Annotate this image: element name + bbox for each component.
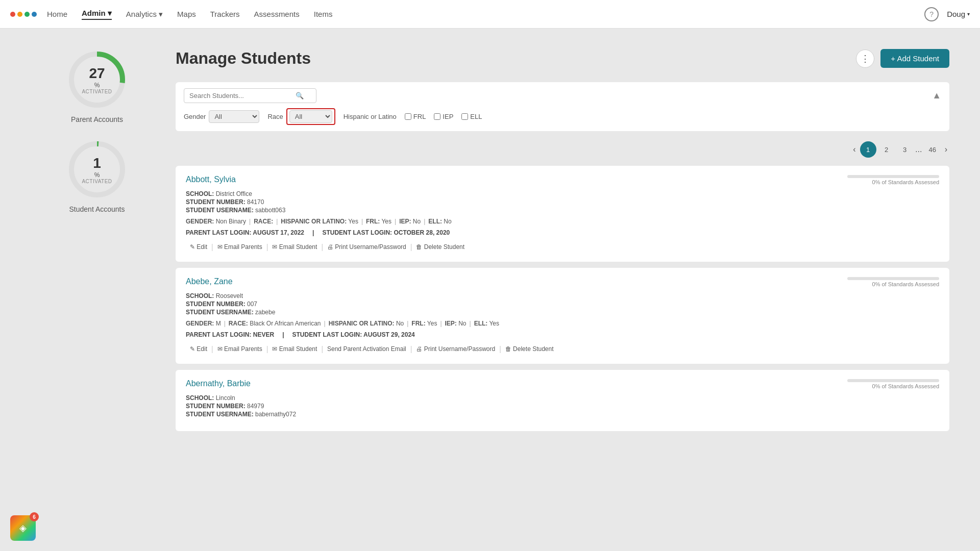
student-percent: % [82, 171, 112, 179]
progress-container-abebe: 0% of Standards Assessed [847, 277, 939, 287]
race-filter-wrapper: Race All White Black Asian Hispanic Othe… [267, 108, 335, 125]
filters-container: 🔍 ▲ Gender All Male Female Non Binary Ra… [176, 82, 949, 131]
logo-dot-2 [17, 12, 22, 17]
nav-maps[interactable]: Maps [177, 10, 196, 18]
gender-select[interactable]: All Male Female Non Binary [209, 110, 259, 123]
parent-number: 27 [82, 65, 112, 82]
print-button-abebe[interactable]: 🖨 Print Username/Password [412, 343, 499, 355]
print-button-abbott[interactable]: 🖨 Print Username/Password [323, 241, 410, 253]
student-header-abbott: Abbott, Sylvia 0% of Standards Assessed [186, 175, 939, 185]
add-student-label: + Add Student [891, 54, 939, 63]
parent-activated-label: ACTIVATED [82, 89, 112, 94]
collapse-button[interactable]: ▲ [932, 90, 941, 101]
logo-dot-1 [10, 12, 15, 17]
edit-button-abebe[interactable]: ✎ Edit [186, 343, 211, 355]
pagination: ‹ 1 2 3 … 46 › [176, 141, 949, 158]
student-logins-abbott: PARENT LAST LOGIN: August 17, 2022 | STU… [186, 229, 939, 236]
iep-label: IEP [443, 113, 453, 120]
page-1-button[interactable]: 1 [860, 141, 876, 158]
add-student-button[interactable]: + Add Student [880, 49, 949, 68]
frl-filter: FRL [405, 113, 426, 120]
app-logo [10, 12, 37, 17]
progress-container-abernathy: 0% of Standards Assessed [847, 379, 939, 389]
prev-page-button[interactable]: ‹ [851, 143, 857, 156]
delete-button-abbott[interactable]: 🗑 Delete Student [412, 241, 469, 253]
student-accounts-card: 1 % ACTIVATED Student Accounts [31, 139, 163, 213]
edit-button-abbott[interactable]: ✎ Edit [186, 241, 211, 253]
email-parents-button-abebe[interactable]: ✉ Email Parents [213, 343, 266, 355]
student-card-abernathy: Abernathy, Barbie 0% of Standards Assess… [176, 370, 949, 431]
page-header: Manage Students ⋮ + Add Student [176, 49, 949, 68]
student-circle-text: 1 % ACTIVATED [82, 155, 112, 184]
race-label: Race [267, 113, 283, 120]
filter-row: Gender All Male Female Non Binary Race A… [184, 108, 941, 125]
student-meta-abebe: GENDER: M | RACE: Black Or African Ameri… [186, 320, 939, 327]
progress-bar-abbott [847, 175, 939, 178]
race-select[interactable]: All White Black Asian Hispanic Other [289, 110, 332, 123]
nav-analytics[interactable]: Analytics ▾ [126, 10, 163, 19]
nav-assessments[interactable]: Assessments [254, 10, 300, 18]
nav-home[interactable]: Home [47, 10, 67, 18]
user-menu[interactable]: Doug ▾ [947, 10, 970, 18]
student-card-abebe: Abebe, Zane 0% of Standards Assessed SCH… [176, 268, 949, 364]
nav-admin[interactable]: Admin ▾ [82, 9, 112, 20]
search-input[interactable] [189, 92, 291, 99]
help-button[interactable]: ? [924, 7, 939, 21]
progress-container-abbott: 0% of Standards Assessed [847, 175, 939, 185]
student-card-label: Student Accounts [69, 205, 125, 213]
nav-items[interactable]: Items [314, 10, 333, 18]
student-name-abbott[interactable]: Abbott, Sylvia [186, 175, 236, 184]
email-parents-button-abbott[interactable]: ✉ Email Parents [213, 241, 266, 253]
iep-filter: IEP [434, 113, 453, 120]
page-3-button[interactable]: 3 [897, 141, 913, 158]
page-2-button[interactable]: 2 [878, 141, 895, 158]
parent-card-label: Parent Accounts [71, 115, 123, 123]
logo-dot-4 [32, 12, 37, 17]
more-options-button[interactable]: ⋮ [856, 49, 874, 68]
parent-percent: % [82, 82, 112, 89]
main-content: 27 % ACTIVATED Parent Accounts 1 % ACTIV… [0, 29, 980, 458]
navbar: Home Admin ▾ Analytics ▾ Maps Trackers A… [0, 0, 980, 29]
student-header-abernathy: Abernathy, Barbie 0% of Standards Assess… [186, 379, 939, 389]
page-title: Manage Students [176, 49, 311, 68]
ell-label: ELL [470, 113, 482, 120]
student-actions-abbott: ✎ Edit | ✉ Email Parents | ✉ Email Stude… [186, 241, 939, 253]
page-46-button[interactable]: 46 [924, 141, 941, 158]
ell-checkbox[interactable] [461, 113, 468, 120]
gender-filter: Gender All Male Female Non Binary [184, 110, 259, 123]
progress-label-abbott: 0% of Standards Assessed [847, 179, 939, 185]
student-info-abebe: SCHOOL: Roosevelt STUDENT NUMBER: 007 ST… [186, 292, 939, 316]
right-panel: Manage Students ⋮ + Add Student 🔍 ▲ [176, 49, 949, 437]
hispanic-filter: Hispanic or Latino [344, 113, 397, 120]
student-info-abernathy: SCHOOL: Lincoln STUDENT NUMBER: 84979 ST… [186, 394, 939, 418]
left-panel: 27 % ACTIVATED Parent Accounts 1 % ACTIV… [31, 49, 163, 437]
ell-filter: ELL [461, 113, 482, 120]
progress-label-abernathy: 0% of Standards Assessed [847, 383, 939, 389]
email-student-button-abebe[interactable]: ✉ Email Student [268, 343, 321, 355]
student-info-abbott: SCHOOL: District Office STUDENT NUMBER: … [186, 190, 939, 214]
next-page-button[interactable]: › [943, 143, 949, 156]
email-student-button-abbott[interactable]: ✉ Email Student [268, 241, 321, 253]
header-actions: ⋮ + Add Student [856, 49, 949, 68]
page-ellipsis: … [915, 145, 922, 154]
parent-accounts-card: 27 % ACTIVATED Parent Accounts [31, 49, 163, 123]
progress-bar-abebe [847, 277, 939, 280]
delete-button-abebe[interactable]: 🗑 Delete Student [501, 343, 558, 355]
send-activation-button-abebe[interactable]: Send Parent Activation Email [323, 343, 410, 355]
student-card-abbott: Abbott, Sylvia 0% of Standards Assessed … [176, 166, 949, 262]
more-icon: ⋮ [861, 53, 870, 64]
parent-circle: 27 % ACTIVATED [66, 49, 128, 110]
race-filter-highlight: All White Black Asian Hispanic Other [286, 108, 335, 125]
parent-circle-text: 27 % ACTIVATED [82, 65, 112, 94]
student-name-abebe[interactable]: Abebe, Zane [186, 277, 233, 286]
gender-label: Gender [184, 113, 206, 120]
student-name-abernathy[interactable]: Abernathy, Barbie [186, 379, 251, 388]
student-logins-abebe: PARENT LAST LOGIN: Never | STUDENT LAST … [186, 331, 939, 338]
student-meta-abbott: GENDER: Non Binary | RACE: | HISPANIC OR… [186, 218, 939, 225]
search-icon: 🔍 [296, 92, 304, 99]
logo-dot-3 [24, 12, 30, 17]
student-number: 1 [82, 155, 112, 171]
iep-checkbox[interactable] [434, 113, 440, 120]
nav-trackers[interactable]: Trackers [210, 10, 240, 18]
frl-checkbox[interactable] [405, 113, 411, 120]
